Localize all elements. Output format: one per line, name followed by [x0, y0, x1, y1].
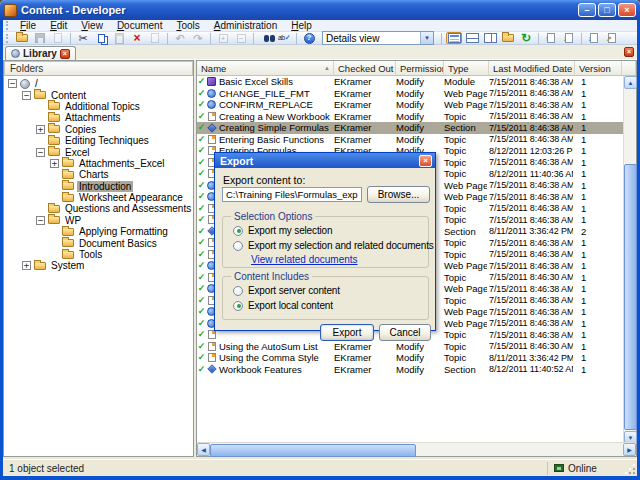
tree-item-[interactable]: −/	[4, 78, 193, 89]
menu-edit[interactable]: Edit	[43, 20, 74, 31]
tree-item-applying-formatting[interactable]: Applying Formatting	[4, 226, 193, 237]
cell-type: Topic	[442, 157, 487, 168]
menu-tools[interactable]: Tools	[169, 20, 206, 31]
list-row-using-the-comma-style[interactable]: ✓Using the Comma StyleEKramerModifyTopic…	[197, 352, 625, 364]
open-icon[interactable]	[14, 32, 30, 44]
menu-help[interactable]: Help	[284, 20, 319, 31]
maximize-button[interactable]: □	[598, 3, 616, 17]
list-row-using-the-autosum-list[interactable]: ✓Using the AutoSum ListEKramerModifyTopi…	[197, 341, 625, 353]
tree-item-excel[interactable]: −Excel	[4, 146, 193, 157]
scroll-right-icon[interactable]: ▶	[623, 443, 636, 456]
radio-export-local-content[interactable]	[233, 301, 243, 311]
radio-export-selection-related[interactable]	[233, 241, 243, 251]
open-location-icon[interactable]	[500, 32, 516, 44]
help-icon[interactable]: ?	[301, 32, 317, 44]
collapse-expander-icon[interactable]: −	[36, 216, 45, 225]
vertical-scroll-thumb[interactable]	[624, 164, 637, 430]
cell-type: Topic	[442, 329, 487, 340]
cancel-button[interactable]: Cancel	[379, 324, 431, 341]
view-details-icon[interactable]	[446, 32, 462, 44]
column-header-checked-out-by[interactable]: Checked Out By	[334, 61, 396, 75]
tree-item-introduction[interactable]: Introduction	[4, 181, 193, 192]
view-split-horizontal-icon[interactable]	[464, 32, 480, 44]
tree-item-copies[interactable]: +Copies	[4, 124, 193, 135]
import-icon[interactable]: ↓	[586, 32, 602, 44]
radio-export-my-selection[interactable]	[233, 226, 243, 236]
column-header-permission[interactable]: Permission	[396, 61, 444, 75]
resize-grip[interactable]	[625, 464, 637, 476]
cell-version: 1	[573, 203, 613, 214]
checkin-icon[interactable]: ↓	[561, 32, 577, 44]
tree-item-charts[interactable]: Charts	[4, 169, 193, 180]
list-row-workbook-features[interactable]: ✓Workbook FeaturesEKramerModifySection8/…	[197, 364, 625, 376]
export-button[interactable]: Export	[320, 324, 374, 341]
folder-icon	[62, 194, 74, 202]
expand-expander-icon[interactable]: +	[22, 261, 31, 270]
tree-item-questions-and-assessments[interactable]: Questions and Assessments	[4, 203, 193, 214]
scroll-left-icon[interactable]: ◀	[197, 443, 210, 456]
find-icon[interactable]	[258, 32, 274, 44]
tree-item-content[interactable]: −Content	[4, 89, 193, 100]
tree-item-worksheet-appearance[interactable]: Worksheet Appearance	[4, 192, 193, 203]
tree-item-system[interactable]: +System	[4, 260, 193, 271]
checked-in-icon: ✓	[197, 261, 206, 270]
column-header-type[interactable]: Type	[444, 61, 489, 75]
horizontal-scroll-thumb[interactable]	[210, 444, 416, 457]
list-row-creating-a-new-workbook[interactable]: ✓Creating a New WorkbookEKramerModifyTop…	[197, 111, 625, 123]
list-row-confirm-replace[interactable]: ✓CONFIRM_REPLACEEKramerModifyWeb Page7/1…	[197, 99, 625, 111]
column-header-last-modified-date[interactable]: Last Modified Date	[489, 61, 575, 75]
vertical-scrollbar[interactable]: ▲ ▼	[623, 76, 636, 444]
view-related-documents-link[interactable]: View related documents	[251, 254, 358, 265]
chevron-down-icon[interactable]: ▼	[420, 32, 433, 44]
expand-expander-icon[interactable]: +	[36, 125, 45, 134]
list-row-basic-excel-skills[interactable]: ✓Basic Excel SkillsEKramerModifyModule7/…	[197, 76, 625, 88]
tree-item-document-basics[interactable]: Document Basics	[4, 237, 193, 248]
view-mode-select[interactable]: Details view ▼	[322, 31, 434, 45]
collapse-expander-icon[interactable]: −	[36, 148, 45, 157]
tab-library-label: Library	[23, 48, 57, 59]
view-split-vertical-icon[interactable]	[482, 32, 498, 44]
tab-library[interactable]: Library ×	[5, 46, 76, 60]
tree-item-tools[interactable]: Tools	[4, 249, 193, 260]
dialog-close-icon[interactable]: ×	[419, 155, 432, 167]
cell-last-modified: 8/12/2011 11:40:36 AM	[487, 169, 573, 179]
cell-permission: Modify	[394, 76, 442, 87]
menu-file[interactable]: File	[13, 20, 43, 31]
column-header-name[interactable]: Name▲	[197, 61, 334, 75]
column-header-version[interactable]: Version	[575, 61, 622, 75]
tree-item-additional-topics[interactable]: Additional Topics	[4, 101, 193, 112]
close-tab-icon[interactable]: ×	[60, 49, 70, 59]
menu-document[interactable]: Document	[110, 20, 170, 31]
close-button[interactable]: ×	[618, 3, 636, 17]
tree-item-editing-techniques[interactable]: Editing Techniques	[4, 135, 193, 146]
checkout-icon[interactable]: ↑	[543, 32, 559, 44]
close-pane-icon[interactable]: ×	[624, 47, 634, 57]
checked-in-icon: ✓	[197, 353, 206, 362]
cell-version: 1	[573, 88, 613, 99]
delete-icon[interactable]: ×	[129, 32, 145, 44]
menu-view[interactable]: View	[74, 20, 110, 31]
minimize-button[interactable]: –	[578, 3, 596, 17]
cell-version: 1	[573, 122, 613, 133]
cell-type: Topic	[442, 111, 487, 122]
collapse-expander-icon[interactable]: −	[8, 79, 17, 88]
tree-item-attachments-excel[interactable]: +Attachments_Excel	[4, 158, 193, 169]
tree-item-attachments[interactable]: Attachments	[4, 112, 193, 123]
scroll-up-icon[interactable]: ▲	[624, 76, 637, 89]
radio-export-server-content[interactable]	[233, 286, 243, 296]
list-row-change-file-fmt[interactable]: ✓CHANGE_FILE_FMTEKramerModifyWeb Page7/1…	[197, 88, 625, 100]
browse-button[interactable]: Browse...	[367, 186, 430, 203]
refresh-icon[interactable]: ↻	[518, 32, 534, 44]
export-icon[interactable]: ↗	[604, 32, 620, 44]
export-path-input[interactable]	[222, 187, 362, 202]
list-row-entering-basic-functions[interactable]: ✓Entering Basic FunctionsEKramerModifyTo…	[197, 134, 625, 146]
spellcheck-icon[interactable]: ab✓	[276, 32, 292, 44]
cut-icon[interactable]: ✂	[75, 32, 91, 44]
tree-item-wp[interactable]: −WP	[4, 215, 193, 226]
menu-administration[interactable]: Administration	[207, 20, 284, 31]
horizontal-scrollbar[interactable]: ◀ ▶	[197, 442, 636, 456]
list-row-creating-simple-formulas[interactable]: ✓Creating Simple FormulasEKramerModifySe…	[197, 122, 625, 134]
copy-icon[interactable]	[93, 32, 109, 44]
collapse-expander-icon[interactable]: −	[22, 91, 31, 100]
expand-expander-icon[interactable]: +	[50, 159, 59, 168]
